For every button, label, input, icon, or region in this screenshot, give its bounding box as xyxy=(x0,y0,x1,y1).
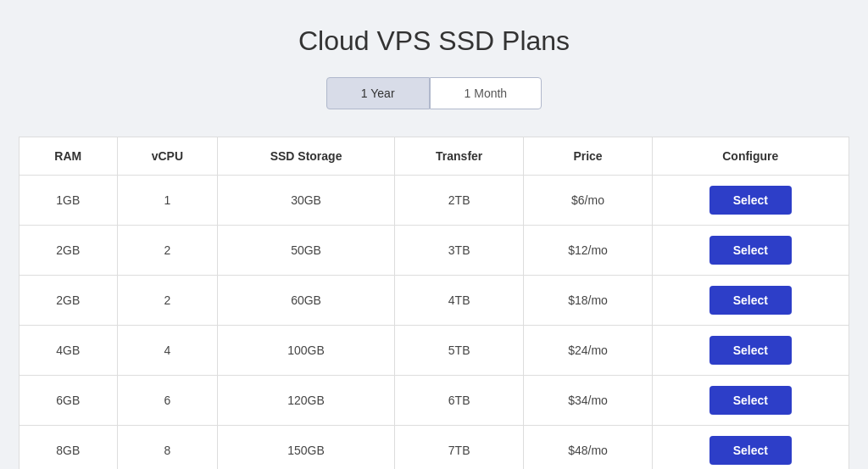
billing-toggle: 1 Year 1 Month xyxy=(19,77,849,109)
configure-cell: Select xyxy=(652,226,849,276)
cell-ssd: 50GB xyxy=(218,226,395,276)
configure-cell: Select xyxy=(652,276,849,326)
cell-ssd: 120GB xyxy=(218,376,395,426)
cell-ram: 1GB xyxy=(19,176,118,226)
cell-ssd: 60GB xyxy=(218,276,395,326)
cell-vcpu: 6 xyxy=(117,376,218,426)
col-header-ssd: SSD Storage xyxy=(218,137,395,176)
configure-cell: Select xyxy=(652,176,849,226)
cell-ssd: 30GB xyxy=(218,176,395,226)
cell-ssd: 150GB xyxy=(218,426,395,470)
cell-price: $12/mo xyxy=(524,226,652,276)
cell-vcpu: 4 xyxy=(117,326,218,376)
select-button-1[interactable]: Select xyxy=(709,236,792,265)
col-header-transfer: Transfer xyxy=(394,137,524,176)
configure-cell: Select xyxy=(652,426,849,470)
select-button-2[interactable]: Select xyxy=(709,286,792,315)
cell-ram: 8GB xyxy=(19,426,118,470)
table-row: 4GB4100GB5TB$24/moSelect xyxy=(19,326,849,376)
cell-transfer: 4TB xyxy=(394,276,524,326)
select-button-0[interactable]: Select xyxy=(709,186,792,215)
cell-price: $6/mo xyxy=(524,176,652,226)
cell-transfer: 2TB xyxy=(394,176,524,226)
select-button-5[interactable]: Select xyxy=(709,436,792,465)
col-header-configure: Configure xyxy=(652,137,849,176)
cell-price: $24/mo xyxy=(524,326,652,376)
plans-table: RAM vCPU SSD Storage Transfer Price Conf… xyxy=(19,137,849,469)
page-title: Cloud VPS SSD Plans xyxy=(19,25,849,57)
cell-transfer: 7TB xyxy=(394,426,524,470)
billing-monthly-button[interactable]: 1 Month xyxy=(430,77,542,109)
table-row: 2GB260GB4TB$18/moSelect xyxy=(19,276,849,326)
table-header-row: RAM vCPU SSD Storage Transfer Price Conf… xyxy=(19,137,849,176)
cell-vcpu: 2 xyxy=(117,276,218,326)
table-row: 8GB8150GB7TB$48/moSelect xyxy=(19,426,849,470)
table-row: 1GB130GB2TB$6/moSelect xyxy=(19,176,849,226)
page-container: Cloud VPS SSD Plans 1 Year 1 Month RAM v… xyxy=(19,25,849,469)
cell-price: $48/mo xyxy=(524,426,652,470)
cell-ram: 4GB xyxy=(19,326,118,376)
cell-ssd: 100GB xyxy=(218,326,395,376)
col-header-price: Price xyxy=(524,137,652,176)
cell-transfer: 3TB xyxy=(394,226,524,276)
billing-yearly-button[interactable]: 1 Year xyxy=(326,77,430,109)
configure-cell: Select xyxy=(652,326,849,376)
col-header-ram: RAM xyxy=(19,137,118,176)
cell-price: $18/mo xyxy=(524,276,652,326)
cell-ram: 2GB xyxy=(19,226,118,276)
cell-price: $34/mo xyxy=(524,376,652,426)
col-header-vcpu: vCPU xyxy=(117,137,218,176)
select-button-4[interactable]: Select xyxy=(709,386,792,415)
cell-ram: 6GB xyxy=(19,376,118,426)
cell-transfer: 5TB xyxy=(394,326,524,376)
cell-vcpu: 2 xyxy=(117,226,218,276)
cell-vcpu: 1 xyxy=(117,176,218,226)
configure-cell: Select xyxy=(652,376,849,426)
cell-transfer: 6TB xyxy=(394,376,524,426)
select-button-3[interactable]: Select xyxy=(709,336,792,365)
table-row: 2GB250GB3TB$12/moSelect xyxy=(19,226,849,276)
cell-vcpu: 8 xyxy=(117,426,218,470)
table-row: 6GB6120GB6TB$34/moSelect xyxy=(19,376,849,426)
cell-ram: 2GB xyxy=(19,276,118,326)
